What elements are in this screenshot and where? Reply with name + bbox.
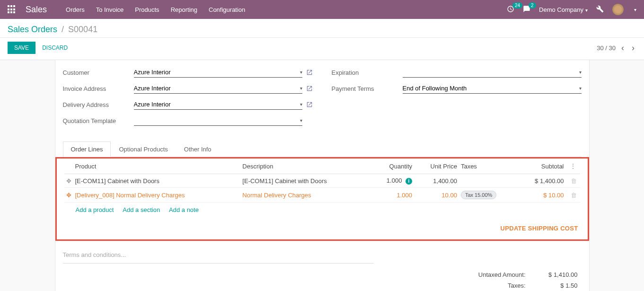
topbar: Sales Orders To Invoice Products Reporti… <box>0 0 644 19</box>
payment-terms-field[interactable]: ▾ <box>403 83 582 94</box>
caret-down-icon: ▾ <box>585 8 588 13</box>
add-section-link[interactable]: Add a section <box>123 206 160 213</box>
cell-taxes[interactable] <box>459 174 517 188</box>
caret-down-icon[interactable]: ▾ <box>300 70 302 75</box>
tabs: Order Lines Optional Products Other Info <box>63 141 582 157</box>
update-shipping-link[interactable]: UPDATE SHIPPING COST <box>501 225 578 232</box>
pager-prev[interactable]: ‹ <box>619 43 626 53</box>
debug-icon[interactable] <box>596 5 604 14</box>
taxes-value: $ 1.50 <box>526 282 578 289</box>
messages-badge: 2 <box>529 2 536 9</box>
payment-terms-label: Payment Terms <box>332 85 403 92</box>
cell-taxes[interactable]: Tax 15.00% <box>459 188 517 203</box>
caret-down-icon: ▾ <box>634 7 636 12</box>
nav-products[interactable]: Products <box>135 6 159 13</box>
col-product: Product <box>73 159 241 174</box>
cell-subtotal: $ 1,400.00 <box>517 174 565 188</box>
invoice-address-label: Invoice Address <box>63 85 134 92</box>
col-subtotal: Subtotal <box>517 159 565 174</box>
activities-icon[interactable]: 24 <box>507 5 514 14</box>
cell-quantity[interactable]: 1.000 i <box>371 174 414 188</box>
form-col-right: Expiration ▾ Payment Terms ▾ <box>332 66 582 130</box>
col-description: Description <box>240 159 371 174</box>
untaxed-value: $ 1,410.00 <box>526 271 578 278</box>
app-brand: Sales <box>26 5 47 15</box>
tab-order-lines[interactable]: Order Lines <box>63 141 111 157</box>
expiration-field[interactable]: ▾ <box>403 67 582 78</box>
breadcrumb-current: S00041 <box>68 25 97 34</box>
trash-icon[interactable]: 🗑 <box>571 177 577 185</box>
untaxed-label: Untaxed Amount: <box>453 271 526 278</box>
quotation-template-field[interactable]: ▾ <box>134 115 302 126</box>
terms-input[interactable]: Terms and conditions... <box>63 247 374 264</box>
main-nav: Orders To Invoice Products Reporting Con… <box>66 6 507 13</box>
update-shipping-wrap: UPDATE SHIPPING COST <box>64 217 580 234</box>
quotation-template-label: Quotation Template <box>63 117 134 124</box>
col-unit-price: Unit Price <box>414 159 459 174</box>
apps-icon[interactable] <box>8 5 16 14</box>
table-row[interactable]: ✥ [Delivery_008] Normal Delivery Charges… <box>64 188 580 203</box>
nav-configuration[interactable]: Configuration <box>209 6 245 13</box>
caret-down-icon[interactable]: ▾ <box>579 70 582 75</box>
tab-optional-products[interactable]: Optional Products <box>111 141 176 157</box>
nav-orders[interactable]: Orders <box>66 6 85 13</box>
customer-field[interactable]: ▾ <box>134 67 302 78</box>
trash-icon[interactable]: 🗑 <box>571 192 577 199</box>
cell-quantity[interactable]: 1.000 <box>371 188 414 203</box>
cell-product[interactable]: [Delivery_008] Normal Delivery Charges <box>73 188 241 203</box>
taxes-label: Taxes: <box>453 282 526 289</box>
tax-badge: Tax 15.00% <box>461 191 496 199</box>
col-quantity: Quantity <box>371 159 414 174</box>
action-bar: Save Discard 30 / 30 ‹ › <box>0 38 644 60</box>
breadcrumb: Sales Orders / S00041 <box>8 25 636 35</box>
caret-down-icon[interactable]: ▾ <box>300 102 302 107</box>
discard-button[interactable]: Discard <box>35 42 74 54</box>
form-grid: Customer ▾ Invoice Address ▾ Delivery Ad… <box>63 66 582 130</box>
breadcrumb-parent[interactable]: Sales Orders <box>8 25 57 34</box>
delivery-address-field[interactable]: ▾ <box>134 99 302 110</box>
form-sheet: Customer ▾ Invoice Address ▾ Delivery Ad… <box>55 60 590 291</box>
info-icon[interactable]: i <box>406 178 412 185</box>
cell-unit-price[interactable]: 1,400.00 <box>414 174 459 188</box>
cell-description[interactable]: [E-COM11] Cabinet with Doors <box>240 174 371 188</box>
caret-down-icon[interactable]: ▾ <box>300 86 302 91</box>
cell-subtotal: $ 10.00 <box>517 188 565 203</box>
activities-badge: 24 <box>512 2 522 9</box>
pager: 30 / 30 ‹ › <box>597 43 636 53</box>
save-button[interactable]: Save <box>8 42 35 54</box>
caret-down-icon[interactable]: ▾ <box>579 86 582 91</box>
delivery-address-label: Delivery Address <box>63 101 134 108</box>
order-lines-panel: Product Description Quantity Unit Price … <box>55 157 589 241</box>
add-product-link[interactable]: Add a product <box>76 206 114 213</box>
drag-handle-icon[interactable]: ✥ <box>64 188 73 203</box>
form-col-left: Customer ▾ Invoice Address ▾ Delivery Ad… <box>63 66 313 130</box>
add-note-link[interactable]: Add a note <box>169 206 199 213</box>
company-switcher[interactable]: Demo Company▾ <box>539 6 588 13</box>
kebab-icon[interactable]: ⋮ <box>568 162 578 170</box>
messages-icon[interactable]: 2 <box>523 5 530 14</box>
totals: Untaxed Amount: $ 1,410.00 Taxes: $ 1.50… <box>449 269 582 291</box>
cell-description[interactable]: Normal Delivery Charges <box>240 188 371 203</box>
user-avatar[interactable] <box>612 4 624 15</box>
pager-position: 30 / 30 <box>597 44 616 52</box>
table-row[interactable]: ✥ [E-COM11] Cabinet with Doors [E-COM11]… <box>64 174 580 188</box>
col-taxes: Taxes <box>459 159 517 174</box>
breadcrumb-sep: / <box>62 25 64 34</box>
external-link-icon[interactable] <box>306 101 313 108</box>
drag-handle-icon[interactable]: ✥ <box>64 174 73 188</box>
expiration-label: Expiration <box>332 69 403 76</box>
cell-unit-price[interactable]: 10.00 <box>414 188 459 203</box>
cell-product[interactable]: [E-COM11] Cabinet with Doors <box>73 174 241 188</box>
external-link-icon[interactable] <box>306 85 313 92</box>
caret-down-icon[interactable]: ▾ <box>300 118 302 123</box>
customer-label: Customer <box>63 69 134 76</box>
pager-next[interactable]: › <box>630 43 636 53</box>
tab-other-info[interactable]: Other Info <box>176 141 220 157</box>
invoice-address-field[interactable]: ▾ <box>134 83 302 94</box>
order-lines-table: Product Description Quantity Unit Price … <box>64 159 580 203</box>
external-link-icon[interactable] <box>306 69 313 76</box>
breadcrumb-bar: Sales Orders / S00041 <box>0 19 644 38</box>
nav-reporting[interactable]: Reporting <box>171 6 197 13</box>
topbar-right: 24 2 Demo Company▾ ▾ <box>507 4 636 15</box>
nav-to-invoice[interactable]: To Invoice <box>96 6 124 13</box>
